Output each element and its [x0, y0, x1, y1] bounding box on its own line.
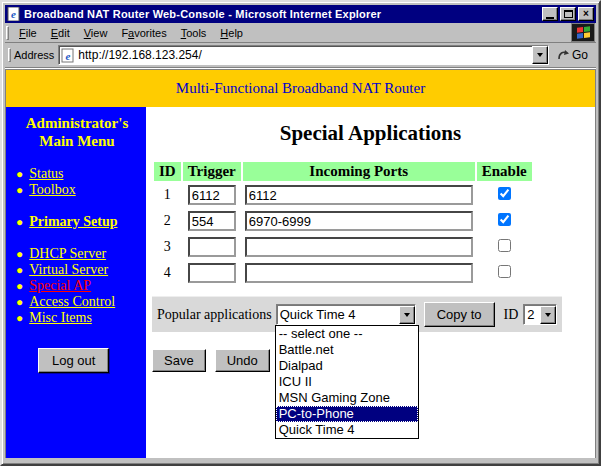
sidebar-item-access-control[interactable]: ●Access Control: [12, 294, 142, 310]
row-id: 3: [154, 235, 181, 259]
special-apps-table: ID Trigger Incoming Ports Enable 1 2: [152, 160, 534, 287]
bullet-icon: ●: [16, 182, 23, 198]
sidebar-item-special-ap[interactable]: ●Special AP: [12, 278, 142, 294]
sidebar-item-status[interactable]: ●Status: [12, 166, 142, 182]
popup-option-select-one[interactable]: -- select one --: [276, 326, 418, 342]
table-header-row: ID Trigger Incoming Ports Enable: [154, 162, 532, 181]
col-header-trigger: Trigger: [183, 162, 241, 181]
enable-checkbox-4[interactable]: [498, 265, 511, 278]
copy-id-selected-value: 2: [524, 307, 540, 322]
sidebar: Administrator's Main Menu ●Status ●Toolb…: [6, 107, 146, 458]
menu-help[interactable]: Help: [213, 25, 250, 41]
incoming-ports-input-2[interactable]: [245, 211, 473, 231]
popup-option-quick-time-4[interactable]: Quick Time 4: [276, 422, 418, 438]
sidebar-item-dhcp-server[interactable]: ●DHCP Server: [12, 246, 142, 262]
incoming-ports-input-3[interactable]: [245, 237, 473, 257]
window-title: Broadband NAT Router Web-Console - Micro…: [24, 8, 540, 20]
sidebar-menu: ●Status ●Toolbox ●Primary Setup ●DHCP Se…: [12, 166, 142, 326]
copy-id-label: ID: [504, 307, 519, 323]
table-row: 2: [154, 209, 532, 233]
address-url: http://192.168.123.254/: [78, 48, 532, 62]
trigger-input-4[interactable]: [188, 263, 236, 283]
address-input[interactable]: e http://192.168.123.254/: [58, 45, 549, 65]
col-header-enable: Enable: [477, 162, 532, 181]
copy-id-select[interactable]: 2: [523, 304, 557, 325]
enable-checkbox-1[interactable]: [498, 187, 511, 200]
bullet-icon: ●: [16, 214, 23, 230]
menu-tools[interactable]: Tools: [174, 25, 214, 41]
browser-viewport: Multi-Functional Broadband NAT Router Ad…: [5, 69, 596, 458]
col-header-id: ID: [154, 162, 181, 181]
windows-logo-icon: [571, 23, 595, 42]
incoming-ports-input-1[interactable]: [245, 185, 473, 205]
menu-view[interactable]: View: [77, 25, 115, 41]
bullet-icon: ●: [16, 246, 23, 262]
copy-to-button[interactable]: Copy to: [424, 302, 495, 327]
save-button[interactable]: Save: [152, 349, 206, 372]
svg-text:e: e: [11, 8, 16, 20]
toolbar-grip[interactable]: [6, 26, 9, 40]
menu-bar: File Edit View Favorites Tools Help: [5, 23, 596, 43]
logout-button[interactable]: Log out: [38, 348, 109, 373]
chevron-down-icon[interactable]: [399, 306, 415, 324]
address-label: Address: [14, 49, 54, 61]
enable-checkbox-3[interactable]: [498, 239, 511, 252]
menu-file[interactable]: File: [12, 25, 44, 41]
minimize-button[interactable]: [542, 7, 558, 21]
popup-option-pc-to-phone[interactable]: PC-to-Phone: [276, 406, 418, 422]
close-button[interactable]: ×: [578, 7, 594, 21]
popup-list: -- select one -- Battle.net Dialpad ICU …: [275, 325, 419, 439]
maximize-button[interactable]: [560, 7, 576, 21]
incoming-ports-input-4[interactable]: [245, 263, 473, 283]
sidebar-item-misc-items[interactable]: ●Misc Items: [12, 310, 142, 326]
page-title: Special Applications: [152, 121, 589, 146]
popular-apps-select[interactable]: Quick Time 4: [276, 304, 416, 325]
trigger-input-1[interactable]: [188, 185, 236, 205]
sidebar-item-primary-setup[interactable]: ●Primary Setup: [12, 214, 142, 230]
table-row: 4: [154, 261, 532, 285]
popular-apps-label: Popular applications: [157, 307, 272, 323]
addressbar-grip[interactable]: [8, 48, 11, 62]
go-label: Go: [572, 48, 588, 62]
svg-text:e: e: [66, 49, 71, 61]
popup-option-dialpad[interactable]: Dialpad: [276, 358, 418, 374]
title-bar[interactable]: e Broadband NAT Router Web-Console - Mic…: [5, 5, 596, 23]
page-banner: Multi-Functional Broadband NAT Router: [6, 70, 595, 107]
go-button[interactable]: Go: [549, 48, 594, 62]
browser-window: e Broadband NAT Router Web-Console - Mic…: [0, 0, 601, 466]
menu-favorites[interactable]: Favorites: [114, 25, 173, 41]
col-header-incoming-ports: Incoming Ports: [243, 162, 475, 181]
bullet-icon: ●: [16, 278, 23, 294]
popup-option-battlenet[interactable]: Battle.net: [276, 342, 418, 358]
go-arrow-icon: [557, 49, 570, 61]
row-id: 2: [154, 209, 181, 233]
menu-edit[interactable]: Edit: [44, 25, 77, 41]
address-bar: Address e http://192.168.123.254/ Go: [5, 43, 596, 67]
address-dropdown-button[interactable]: [532, 46, 548, 64]
table-row: 1: [154, 183, 532, 207]
trigger-input-3[interactable]: [188, 237, 236, 257]
trigger-input-2[interactable]: [188, 211, 236, 231]
ie-app-icon: e: [7, 7, 21, 21]
sidebar-item-virtual-server[interactable]: ●Virtual Server: [12, 262, 142, 278]
bullet-icon: ●: [16, 310, 23, 326]
sidebar-title: Administrator's Main Menu: [12, 114, 142, 150]
popup-option-msn-gaming-zone[interactable]: MSN Gaming Zone: [276, 390, 418, 406]
enable-checkbox-2[interactable]: [498, 213, 511, 226]
bullet-icon: ●: [16, 262, 23, 278]
chevron-down-icon[interactable]: [540, 306, 556, 324]
undo-button[interactable]: Undo: [215, 349, 270, 372]
ie-page-icon: e: [61, 48, 75, 63]
bullet-icon: ●: [16, 166, 23, 182]
popup-option-icu-ii[interactable]: ICU II: [276, 374, 418, 390]
table-row: 3: [154, 235, 532, 259]
row-id: 4: [154, 261, 181, 285]
bullet-icon: ●: [16, 294, 23, 310]
banner-title: Multi-Functional Broadband NAT Router: [176, 80, 425, 97]
row-id: 1: [154, 183, 181, 207]
popular-apps-selected-value: Quick Time 4: [277, 307, 399, 322]
sidebar-item-toolbox[interactable]: ●Toolbox: [12, 182, 142, 198]
main-content: Special Applications ID Trigger Incoming…: [146, 107, 595, 458]
